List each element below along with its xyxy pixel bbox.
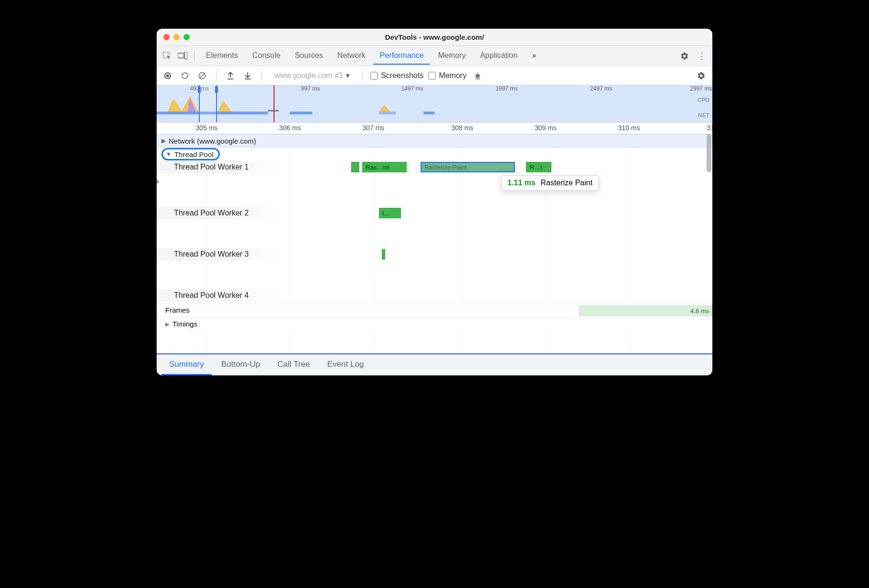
overview-net-label: NET [698,112,709,119]
chevron-down-icon: ▾ [346,71,350,80]
separator [362,70,363,81]
tab-event-log[interactable]: Event Log [320,355,372,375]
svg-rect-1 [178,53,184,58]
edit-icon[interactable]: ✎ [157,177,161,186]
screenshots-label: Screenshots [381,71,423,80]
overview-ruler: 497 ms 997 ms 1497 ms 1997 ms 2497 ms 29… [157,85,712,94]
panel-tabs: Elements Console Sources Network Perform… [199,47,676,65]
svg-line-4 [200,73,205,78]
overview-cpu-chart [157,94,712,112]
chevron-right-icon: ▶ [161,137,166,144]
screenshots-checkbox[interactable]: Screenshots [370,71,423,80]
thread-pool-worker-2-lane[interactable]: Thread Pool Worker 2 I… [157,207,712,248]
selection-handle-right[interactable] [215,86,218,93]
chevron-down-icon: ▼ [166,151,172,158]
ruler-tick: 308 ms [451,124,473,132]
download-profile-button[interactable] [241,69,254,82]
close-window-button[interactable] [163,34,170,40]
tab-elements[interactable]: Elements [199,47,245,65]
window-controls [163,34,190,40]
clear-button[interactable] [196,69,208,82]
network-track-header[interactable]: ▶ Network (www.google.com) [157,134,712,147]
tab-console[interactable]: Console [246,47,287,65]
tab-performance[interactable]: Performance [373,47,431,65]
lane-label: Thread Pool Worker 4 [174,291,249,300]
network-track-label: Network (www.google.com) [169,137,256,145]
lane-label: Thread Pool Worker 2 [174,209,249,217]
svg-rect-2 [184,52,187,59]
memory-checkbox-input[interactable] [428,72,436,79]
flame-block[interactable]: I… [379,208,401,218]
tooltip-name: Rasterize Paint [540,179,593,187]
ruler-tick: 307 ms [362,124,384,132]
tab-bottom-up[interactable]: Bottom-Up [214,355,268,375]
separator [194,50,194,62]
overview-net [157,112,712,114]
tooltip-duration: 1.11 ms [507,179,536,187]
reload-record-button[interactable] [179,69,191,82]
thread-pool-highlight: ▼ Thread Pool [161,148,220,160]
ruler-tick: 310 ms [618,124,640,132]
overview-tick: 997 ms [301,85,320,92]
kebab-menu-icon[interactable]: ⋮ [695,49,709,63]
tab-sources[interactable]: Sources [288,47,330,65]
titlebar: DevTools - www.google.com/ [157,29,712,46]
inspect-icon[interactable] [160,49,174,63]
overview-tick: 1497 ms [401,85,423,92]
flamechart-tracks[interactable]: ▶ Network (www.google.com) ▼ Thread Pool… [157,134,712,354]
flamechart-ruler[interactable]: 305 ms 306 ms 307 ms 308 ms 309 ms 310 m… [157,123,712,134]
thread-pool-worker-3-lane[interactable]: Thread Pool Worker 3 [157,248,712,289]
devtools-window: DevTools - www.google.com/ Elements Cons… [157,29,712,375]
thread-pool-worker-1-lane[interactable]: ✎ Thread Pool Worker 1 Ras…int Rasterize… [157,161,712,207]
upload-profile-button[interactable] [224,69,237,82]
toolbar-right: ⋮ [678,49,709,63]
selection-handle-left[interactable] [198,86,201,93]
thread-pool-header-row[interactable]: ▼ Thread Pool [157,147,712,161]
minimize-window-button[interactable] [173,34,180,40]
screenshots-checkbox-input[interactable] [370,72,378,79]
frame-block[interactable]: 4.8 ms [579,305,712,316]
timeline-overview[interactable]: 497 ms 997 ms 1497 ms 1997 ms 2497 ms 29… [157,85,712,123]
profile-selector[interactable]: www.google.com #1 ▾ [270,71,354,80]
tab-call-tree[interactable]: Call Tree [270,355,318,375]
separator [216,70,217,81]
frames-track[interactable]: Frames 4.8 ms [157,304,712,317]
profile-label: www.google.com #1 [274,71,343,80]
thread-pool-worker-4-lane[interactable]: Thread Pool Worker 4 [157,289,712,304]
tab-summary[interactable]: Summary [161,355,212,375]
ruler-tick: 309 ms [535,124,557,132]
tab-memory[interactable]: Memory [431,47,472,65]
overview-cpu-label: CPU [697,97,709,103]
flame-block[interactable] [382,249,385,260]
device-toggle-icon[interactable] [176,49,189,63]
capture-settings-gear-icon[interactable] [695,69,708,82]
gear-icon[interactable] [678,49,691,63]
tab-application[interactable]: Application [473,47,524,65]
chevron-right-icon: ▶ [165,321,170,328]
flame-block[interactable]: Ras…int [362,162,407,172]
lane-label: Thread Pool Worker 1 [174,163,249,171]
zoom-window-button[interactable] [183,34,190,40]
overview-tick: 1997 ms [496,85,518,92]
details-tabs: Summary Bottom-Up Call Tree Event Log [157,354,712,375]
flame-block[interactable]: R…t [526,162,551,172]
hover-tooltip: 1.11 ms Rasterize Paint [501,175,599,191]
tab-network[interactable]: Network [331,47,372,65]
timings-label: Timings [172,320,197,328]
thread-pool-label: Thread Pool [174,150,214,158]
memory-checkbox[interactable]: Memory [428,71,467,80]
overview-marker [274,85,274,122]
flame-block[interactable] [351,162,359,172]
garbage-collect-button[interactable] [471,69,484,82]
lane-label: Thread Pool Worker 3 [174,250,249,259]
overview-selection-window[interactable] [199,85,217,122]
tabs-overflow-button[interactable]: » [525,47,543,65]
overview-tick: 2497 ms [590,85,612,92]
timings-track-header[interactable]: ▶ Timings [157,317,712,330]
vertical-scrollbar[interactable] [707,134,711,172]
ruler-tick: 305 ms [195,124,217,132]
window-title: DevTools - www.google.com/ [157,33,712,41]
ruler-tick: 306 ms [279,124,301,132]
flame-block-selected[interactable]: Rasterize Paint [421,162,515,172]
record-button[interactable] [161,69,174,82]
